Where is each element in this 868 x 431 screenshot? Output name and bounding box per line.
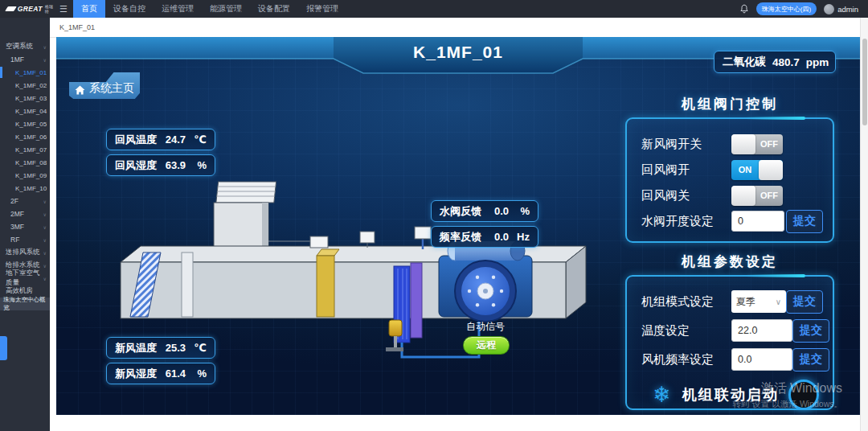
sidebar-item-hvac-system[interactable]: 空调系统∨ [0,40,50,53]
menu-item-energy-management[interactable]: 能源管理 [202,0,250,18]
sidebar-item-k-1mf-06[interactable]: K_1MF_06 [0,130,50,143]
main-menu: 首页 设备自控 运维管理 能源管理 设备配置 报警管理 [73,0,346,18]
auto-signal-label: 自动信号 [455,320,516,334]
sidebar: 空调系统∨ 1MF∨ K_1MF_01 K_1MF_02 K_1MF_03 K_… [0,18,50,431]
sidebar-item-space-center-overview[interactable]: 珠海太空中心概览 [0,298,50,310]
temp-submit-button[interactable]: 提交 [792,319,829,343]
chevron-down-icon: ∨ [43,211,50,217]
topbar-right: 珠海太空中心(四) admin [739,2,868,15]
linkage-row: ❄ 机组联动启动 [641,380,826,410]
frequency-feedback-readout: 频率反馈0.0Hz [431,226,538,248]
sidebar-item-exhaust-system[interactable]: 送排风系统∨ [0,246,50,259]
sidebar-item-k-1mf-05[interactable]: K_1MF_05 [0,117,50,130]
menu-item-home[interactable]: 首页 [73,0,105,18]
chevron-down-icon: ∨ [43,237,50,243]
linkage-start-label: 机组联动启动 [682,385,779,404]
param-panel-title: 机组参数设定 [625,252,834,271]
sidebar-item-k-1mf-07[interactable]: K_1MF_07 [0,143,50,156]
water-valve-opening-input[interactable] [731,211,784,232]
sidebar-collapse-icon[interactable]: ☰ [59,4,68,14]
content: K_1MF_01 K_1MF_01 系统主页 [50,18,868,431]
scrollbar [860,18,868,431]
fresh-air-humidity-readout: 新风湿度61.4% [106,363,215,384]
chevron-down-icon: ∨ [43,44,50,50]
water-valve-opening-row: 水阀开度设定 提交 [641,211,826,232]
chevron-down-icon: ∨ [776,298,781,306]
screen: GREAT 格瑞特 ☰ 首页 设备自控 运维管理 能源管理 设备配置 报警管理 … [0,0,868,431]
avatar [824,4,834,14]
sidebar-item-k-1mf-03[interactable]: K_1MF_03 [0,92,50,105]
valve-control-panel: 新风阀开关 OFF 回风阀开 ON 回风阀关 [625,117,834,243]
return-valve-close-row: 回风阀关 OFF [641,185,826,206]
valve-panel-title: 机组阀门控制 [625,95,834,113]
mode-submit-button[interactable]: 提交 [786,290,823,314]
tab-k-1mf-01[interactable]: K_1MF_01 [50,23,95,31]
fresh-air-valve-toggle[interactable]: OFF [731,134,783,154]
sidebar-item-3mf[interactable]: 3MF∨ [0,220,50,233]
param-setting-panel: 机组模式设定 夏季 ∨ 提交 温度设定 提交 风机频率设定 提交 [625,275,834,410]
chevron-down-icon: ∨ [43,199,50,204]
toggle-knob [731,134,755,154]
toggle-knob [731,186,755,206]
chevron-down-icon: ∨ [43,263,50,269]
scada-canvas: K_1MF_01 系统主页 二氧化碳 480.7 ppm 回风温度24.7℃ 回… [56,37,860,415]
topbar: GREAT 格瑞特 ☰ 首页 设备自控 运维管理 能源管理 设备配置 报警管理 … [0,0,868,18]
co2-readout: 二氧化碳 480.7 ppm [714,51,836,73]
sidebar-item-basement-air-quality[interactable]: 地下室空气质量∨ [0,272,50,285]
return-air-humidity-readout: 回风湿度63.9% [106,154,215,176]
logo-text: GREAT [18,5,43,13]
chevron-down-icon: ∨ [43,224,50,230]
return-valve-open-toggle[interactable]: ON [731,160,783,180]
return-valve-close-toggle[interactable]: OFF [731,186,783,206]
temp-setting-input[interactable] [731,319,792,342]
sidebar-item-k-1mf-10[interactable]: K_1MF_10 [0,182,50,195]
tab-strip: K_1MF_01 [50,18,868,38]
water-valve-feedback-readout: 水阀反馈0.0% [431,200,538,222]
bell-icon[interactable] [739,4,749,14]
chevron-down-icon: ∨ [43,57,50,63]
chevron-down-icon: ∨ [43,276,50,281]
logo-subtext: 格瑞特 [45,4,55,14]
username: admin [837,5,858,14]
mode-setting-row: 机组模式设定 夏季 ∨ 提交 [641,289,826,314]
sidebar-item-2mf[interactable]: 2MF∨ [0,207,50,220]
site-badge[interactable]: 珠海太空中心(四) [756,2,817,15]
snowflake-icon: ❄ [653,382,671,408]
linkage-indicator[interactable] [788,380,819,410]
sidebar-item-1mf[interactable]: 1MF∨ [0,53,50,66]
remote-status-badge: 远程 [463,336,510,355]
user-menu[interactable]: admin [824,4,858,14]
sidebar-item-2f[interactable]: 2F∨ [0,195,50,207]
menu-item-device-autocontrol[interactable]: 设备自控 [105,0,154,18]
menu-item-device-config[interactable]: 设备配置 [250,0,298,18]
system-home-button[interactable]: 系统主页 [69,72,140,99]
sidebar-item-k-1mf-08[interactable]: K_1MF_08 [0,156,50,169]
fresh-air-temp-readout: 新风温度25.3℃ [106,337,215,359]
menu-item-alarm-management[interactable]: 报警管理 [298,0,346,18]
menu-item-ops-management[interactable]: 运维管理 [154,0,202,18]
return-air-temp-readout: 回风温度24.7℃ [106,129,215,150]
fresh-air-valve-row: 新风阀开关 OFF [641,133,826,154]
logo-flag-icon [5,6,16,11]
return-valve-open-row: 回风阀开 ON [641,159,826,180]
sidebar-item-k-1mf-02[interactable]: K_1MF_02 [0,79,50,92]
sidebar-item-k-1mf-01[interactable]: K_1MF_01 [0,66,50,79]
water-valve-submit-button[interactable]: 提交 [786,210,823,233]
fan-frequency-submit-button[interactable]: 提交 [792,348,829,371]
toggle-knob [759,160,783,180]
home-icon [75,85,85,95]
mode-select[interactable]: 夏季 ∨ [731,290,786,313]
fan-frequency-input[interactable] [731,348,792,371]
sidebar-item-rf[interactable]: RF∨ [0,233,50,246]
scrollbar-thumb[interactable] [862,39,867,125]
sidebar-item-k-1mf-09[interactable]: K_1MF_09 [0,169,50,182]
temp-setting-row: 温度设定 提交 [641,318,826,343]
sidebar-expand-handle[interactable] [0,336,7,360]
fan-frequency-row: 风机频率设定 提交 [641,347,826,371]
sidebar-item-k-1mf-04[interactable]: K_1MF_04 [0,105,50,117]
logo: GREAT 格瑞特 [0,4,55,14]
chevron-down-icon: ∨ [43,250,50,256]
